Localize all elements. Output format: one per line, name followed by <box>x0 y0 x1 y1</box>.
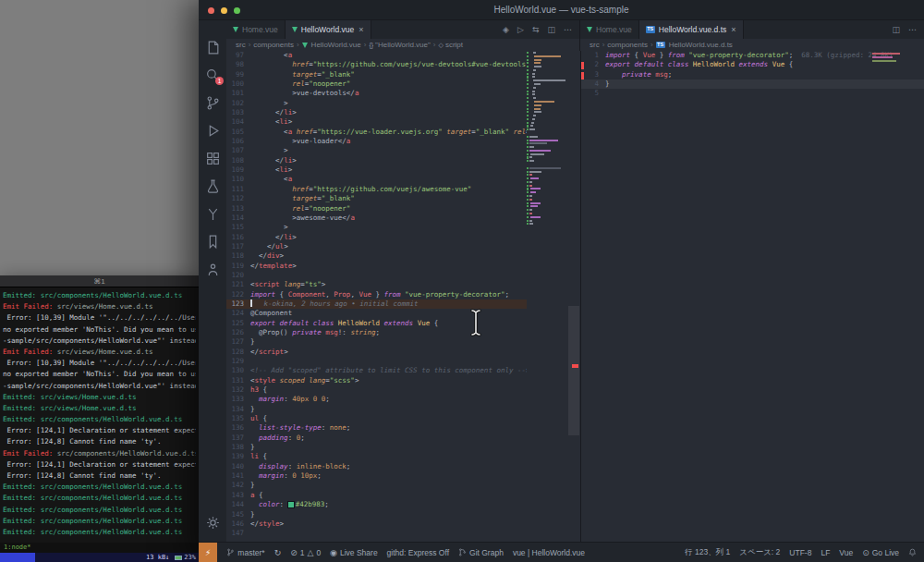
activity-run-debug[interactable] <box>199 116 226 144</box>
code-line-3: 3 private msg; <box>581 70 924 79</box>
gear-icon <box>205 515 221 531</box>
activity-settings[interactable] <box>199 508 226 536</box>
activity-search[interactable]: 1 <box>199 61 226 89</box>
code-line-5: 5 <box>581 89 924 98</box>
network-speed: 13 kB↓ <box>146 554 169 561</box>
sync-icon: ↻ <box>274 548 282 557</box>
encoding-item[interactable]: UTF-8 <box>789 548 811 557</box>
badge: 1 <box>215 77 224 85</box>
split-editor-icon[interactable]: ◫ <box>892 25 900 34</box>
cursor-position-item[interactable]: 行 123、列 1 <box>685 547 730 558</box>
color-swatch <box>288 502 294 507</box>
breadcrumb-item[interactable]: src <box>590 41 600 49</box>
notifications-bell[interactable] <box>908 548 917 556</box>
breadcrumb-item[interactable]: HelloWorld.vue <box>302 41 361 49</box>
terminal-line: no exported member 'NoThis'. Did you mea… <box>3 324 196 336</box>
more-actions-icon[interactable]: ⋯ <box>564 25 572 34</box>
scrollbar[interactable] <box>567 51 580 542</box>
minimap-mark <box>872 53 900 55</box>
editor-helloworld-dts[interactable]: 1import { Vue } from "vue-property-decor… <box>580 51 924 542</box>
battery-percent: 23% <box>184 554 196 561</box>
run-file-icon[interactable]: ▷ <box>517 25 524 34</box>
minimap-mark <box>872 56 893 58</box>
tab-home-vue[interactable]: Home.vue <box>580 20 639 39</box>
problems-item[interactable]: ⊘1 △0 <box>290 548 321 557</box>
activity-live-share[interactable] <box>199 255 226 283</box>
activity-extensions[interactable] <box>199 144 226 172</box>
githd-item[interactable]: githd: Express Off <box>387 548 449 557</box>
ts-icon: TS <box>646 26 655 33</box>
minimap-mark <box>872 60 896 62</box>
tab-group-right: Home.vueTSHelloWorld.vue.d.ts× ◫⋯ <box>580 20 924 39</box>
tab-helloworld-vue-d-ts[interactable]: TSHelloWorld.vue.d.ts× <box>639 20 744 39</box>
terminal-line: Error: [124,1] Declaration or statement … <box>3 425 196 436</box>
gutter-error-marker <box>581 62 584 69</box>
minimap[interactable] <box>527 51 567 542</box>
breadcrumb-item[interactable]: TSHelloWorld.vue.d.ts <box>656 41 733 49</box>
activity-testing[interactable] <box>199 172 226 200</box>
breadcrumbs-row: src›components›HelloWorld.vue›{}"HelloWo… <box>226 39 924 51</box>
vetur-item[interactable]: vue | HelloWorld.vue <box>513 548 585 557</box>
vue-icon <box>302 43 308 48</box>
breadcrumb-item[interactable]: src <box>236 41 246 49</box>
files-icon <box>205 40 221 55</box>
git-branch-item[interactable]: master* <box>226 548 264 557</box>
split-editor-icon[interactable]: ◫ <box>547 25 555 34</box>
go-live-button[interactable]: ⊙Go Live <box>862 548 899 557</box>
breadcrumb-left[interactable]: src›components›HelloWorld.vue›{}"HelloWo… <box>226 39 580 51</box>
vue-icon <box>292 27 298 32</box>
close-tab-icon[interactable]: × <box>731 25 736 34</box>
terminal-line: Emit Failed: src/views/Home.vue.d.ts <box>3 347 196 358</box>
extensions-icon <box>205 151 221 166</box>
live-share-icon: ◉ <box>330 548 337 557</box>
error-icon: ⊘ <box>290 548 298 557</box>
battery-icon <box>175 556 182 560</box>
live-share-icon <box>205 262 221 277</box>
terminal-window: ⌘1 Emitted: src/components/HelloWorld.vu… <box>0 275 199 562</box>
remote-indicator[interactable]: ⚡ <box>199 543 217 562</box>
git-graph-button[interactable]: Git Graph <box>458 548 504 557</box>
tmux-window-label: 1:node* <box>4 544 31 551</box>
scrollbar-slider[interactable] <box>568 306 579 435</box>
breadcrumb-item[interactable]: ◇script <box>439 41 464 49</box>
breadcrumb-item[interactable]: components <box>253 41 294 49</box>
terminal-status-line: 1:node* <box>0 543 199 553</box>
activity-source-control[interactable] <box>199 89 226 116</box>
activity-bar: 1 <box>199 20 226 542</box>
status-bar: ⚡ master* ↻ ⊘1 △0 ◉Live Share githd: Exp… <box>199 542 924 562</box>
lightning-icon: ⚡ <box>205 548 211 557</box>
more-actions-icon[interactable]: ⋯ <box>908 25 917 34</box>
broadcast-icon: ⊙ <box>862 548 869 557</box>
terminal-line: Emitted: src/views/Home.vue.d.ts <box>3 392 196 403</box>
activity-bookmarks[interactable] <box>199 227 226 255</box>
terminal-line: Error: [124,8] Cannot find name 'ty'. <box>3 470 196 482</box>
mouse-cursor-ibeam <box>468 308 483 337</box>
error-overview-marker <box>572 364 578 368</box>
breadcrumb-item[interactable]: {}"HelloWorld.vue" <box>369 41 430 49</box>
terminal-bottom-bar: 13 kB↓ 23% <box>0 553 199 562</box>
terminal-line: no exported member 'NoThis'. Did you mea… <box>3 369 196 380</box>
terminal-line: Emitted: src/components/HelloWorld.vue.d… <box>3 493 196 504</box>
breadcrumb-right[interactable]: src›components›TSHelloWorld.vue.d.ts <box>580 39 924 51</box>
close-tab-icon[interactable]: × <box>359 25 363 34</box>
terminal-titlebar[interactable]: ⌘1 <box>0 275 199 287</box>
terminal-line: Emitted: src/components/HelloWorld.vue.d… <box>3 414 196 425</box>
bookmark-icon <box>205 234 221 250</box>
terminal-output[interactable]: Emitted: src/components/HelloWorld.vue.d… <box>0 288 199 543</box>
editor-helloworld-vue[interactable]: 97 <a98 href="https://github.com/vuejs/v… <box>226 51 580 542</box>
titlebar[interactable]: HelloWorld.vue — vue-ts-sample <box>199 0 924 20</box>
tab-home-vue[interactable]: Home.vue <box>226 20 286 39</box>
compare-icon[interactable]: ⇆ <box>532 25 540 34</box>
activity-references[interactable] <box>199 200 226 227</box>
open-changes-icon[interactable]: ◈ <box>503 25 509 34</box>
indentation-item[interactable]: スペース: 2 <box>739 547 780 558</box>
terminal-line: Error: [10,39] Module '"../../../../../.… <box>3 358 196 369</box>
sync-button[interactable]: ↻ <box>274 548 282 557</box>
eol-item[interactable]: LF <box>821 548 830 557</box>
activity-explorer[interactable] <box>199 33 226 61</box>
source-control-icon <box>205 95 221 111</box>
tab-helloworld-vue[interactable]: HelloWorld.vue× <box>286 20 371 39</box>
breadcrumb-item[interactable]: components <box>607 41 648 49</box>
language-mode-item[interactable]: Vue <box>839 548 853 557</box>
live-share-button[interactable]: ◉Live Share <box>330 548 378 557</box>
